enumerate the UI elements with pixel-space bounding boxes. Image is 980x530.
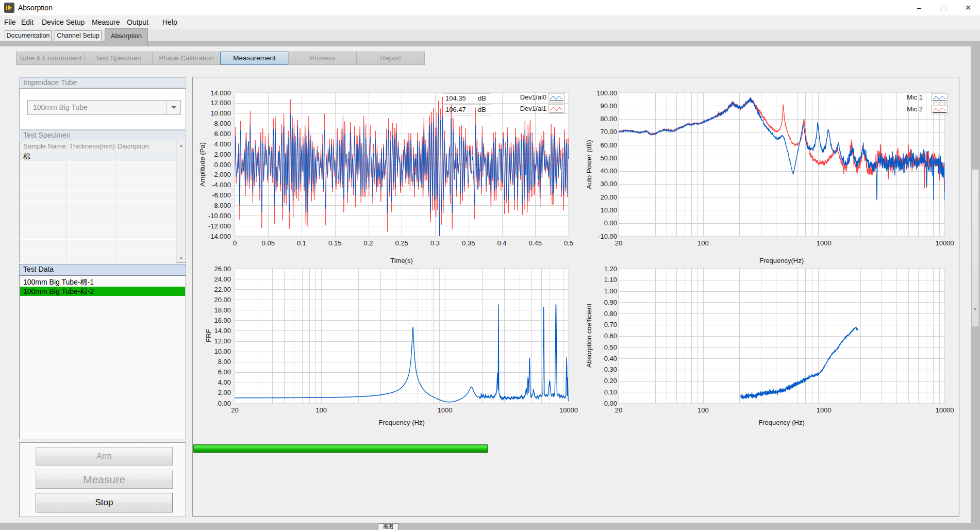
svg-text:Frequency (Hz): Frequency (Hz) <box>378 419 425 426</box>
svg-text:4.000: 4.000 <box>214 140 231 148</box>
svg-text:20: 20 <box>615 406 622 414</box>
svg-text:FRF: FRF <box>205 329 212 342</box>
svg-text:1.10: 1.10 <box>604 276 617 284</box>
svg-text:0.70: 0.70 <box>604 321 617 328</box>
svg-text:104.35: 104.35 <box>445 94 466 102</box>
svg-text:0.3: 0.3 <box>430 239 440 247</box>
svg-text:50.00: 50.00 <box>600 154 617 162</box>
svg-text:20: 20 <box>615 239 622 247</box>
tab-absorption[interactable]: Absorption <box>105 28 148 46</box>
svg-text:1.00: 1.00 <box>604 287 617 295</box>
svg-text:Absorption coefficient: Absorption coefficient <box>585 304 593 368</box>
svg-text:-4.000: -4.000 <box>212 181 231 189</box>
svg-text:30.00: 30.00 <box>600 180 617 188</box>
svg-text:10000: 10000 <box>559 406 578 414</box>
svg-text:0.50: 0.50 <box>604 343 617 351</box>
svg-text:90.00: 90.00 <box>600 102 617 110</box>
svg-text:0: 0 <box>233 239 237 247</box>
svg-text:2.000: 2.000 <box>214 151 231 158</box>
svg-text:10000: 10000 <box>935 406 954 414</box>
svg-text:12.00: 12.00 <box>214 337 231 345</box>
svg-text:0.45: 0.45 <box>529 239 542 247</box>
svg-text:106.47: 106.47 <box>445 106 466 113</box>
svg-text:Frequency (Hz): Frequency (Hz) <box>758 419 805 426</box>
svg-text:-14.000: -14.000 <box>208 233 231 240</box>
svg-text:Dev1/ai0: Dev1/ai0 <box>520 93 546 101</box>
svg-text:20: 20 <box>231 406 238 414</box>
svg-text:Amplitude (Pa): Amplitude (Pa) <box>198 142 206 187</box>
chart-absorption-coefficient: 0.000.100.200.300.400.500.600.700.800.90… <box>585 265 954 427</box>
svg-text:0.5: 0.5 <box>564 239 573 247</box>
svg-text:0.15: 0.15 <box>328 239 341 247</box>
svg-text:Frequency(Hz): Frequency(Hz) <box>759 257 804 264</box>
svg-text:14.00: 14.00 <box>214 327 231 335</box>
svg-text:Mic 2: Mic 2 <box>907 105 923 113</box>
svg-text:0.90: 0.90 <box>604 299 617 306</box>
svg-text:-10.00: -10.00 <box>598 233 617 240</box>
charts-layer: -14.000-12.000-10.000-8.000-6.000-4.000-… <box>0 0 980 530</box>
svg-text:0.1: 0.1 <box>297 239 306 247</box>
svg-text:-12.000: -12.000 <box>208 222 231 230</box>
svg-text:60.00: 60.00 <box>600 141 617 149</box>
svg-text:0.60: 0.60 <box>604 332 617 340</box>
svg-text:Mic 1: Mic 1 <box>907 93 923 101</box>
svg-text:8.000: 8.000 <box>214 120 231 127</box>
svg-text:14.000: 14.000 <box>210 89 231 97</box>
svg-text:0.000: 0.000 <box>214 161 231 169</box>
chart-time-waveform: -14.000-12.000-10.000-8.000-6.000-4.000-… <box>198 89 573 265</box>
svg-text:26.00: 26.00 <box>214 265 231 273</box>
svg-text:1.20: 1.20 <box>604 265 617 273</box>
chart-frf: 0.002.004.006.008.0010.0012.0014.0016.00… <box>205 265 578 427</box>
svg-text:80.00: 80.00 <box>600 115 617 123</box>
svg-text:18.00: 18.00 <box>214 306 231 314</box>
svg-text:0.4: 0.4 <box>497 239 506 247</box>
svg-text:0.10: 0.10 <box>604 388 617 396</box>
svg-text:20.00: 20.00 <box>600 193 617 201</box>
svg-text:22.00: 22.00 <box>214 286 231 293</box>
svg-text:16.00: 16.00 <box>214 317 231 324</box>
svg-text:-8.000: -8.000 <box>212 202 231 209</box>
svg-text:1000: 1000 <box>817 239 832 247</box>
svg-text:12.000: 12.000 <box>210 99 231 107</box>
svg-text:0.25: 0.25 <box>395 239 408 247</box>
svg-text:10000: 10000 <box>935 239 954 247</box>
svg-text:6.00: 6.00 <box>218 368 231 376</box>
svg-text:100: 100 <box>697 406 709 414</box>
svg-text:24.00: 24.00 <box>214 275 231 283</box>
svg-text:100.00: 100.00 <box>596 89 617 97</box>
svg-text:0.00: 0.00 <box>218 400 231 407</box>
svg-text:1000: 1000 <box>438 406 453 414</box>
svg-text:dB: dB <box>478 94 486 102</box>
svg-text:-2.000: -2.000 <box>212 171 231 178</box>
svg-text:4.00: 4.00 <box>218 378 231 386</box>
svg-text:0.2: 0.2 <box>363 239 373 247</box>
svg-text:8.00: 8.00 <box>218 358 231 366</box>
svg-text:0.00: 0.00 <box>604 219 617 227</box>
svg-text:10.00: 10.00 <box>600 206 617 214</box>
svg-text:0.80: 0.80 <box>604 310 617 318</box>
svg-text:6.000: 6.000 <box>214 130 231 138</box>
svg-text:Auto Power (dB): Auto Power (dB) <box>585 140 593 189</box>
svg-text:-10.000: -10.000 <box>208 212 231 220</box>
svg-text:dB: dB <box>478 106 486 113</box>
svg-text:0.35: 0.35 <box>462 239 475 247</box>
svg-text:Time(s): Time(s) <box>390 257 413 264</box>
svg-text:40.00: 40.00 <box>600 167 617 175</box>
svg-text:0.05: 0.05 <box>262 239 275 247</box>
svg-text:0.30: 0.30 <box>604 366 617 373</box>
svg-text:Dev1/ai1: Dev1/ai1 <box>520 105 546 112</box>
svg-text:1000: 1000 <box>817 406 832 414</box>
svg-text:100: 100 <box>315 406 327 414</box>
svg-text:0.20: 0.20 <box>604 377 617 385</box>
svg-text:20.00: 20.00 <box>214 296 231 304</box>
svg-text:70.00: 70.00 <box>600 128 617 136</box>
svg-text:10.000: 10.000 <box>210 109 231 117</box>
svg-text:100: 100 <box>697 239 709 247</box>
svg-text:-6.000: -6.000 <box>212 191 231 199</box>
svg-text:0.40: 0.40 <box>604 355 617 362</box>
chart-auto-power: -10.000.0010.0020.0030.0040.0050.0060.00… <box>585 89 954 265</box>
svg-text:2.00: 2.00 <box>218 389 231 396</box>
svg-text:10.00: 10.00 <box>214 347 231 355</box>
